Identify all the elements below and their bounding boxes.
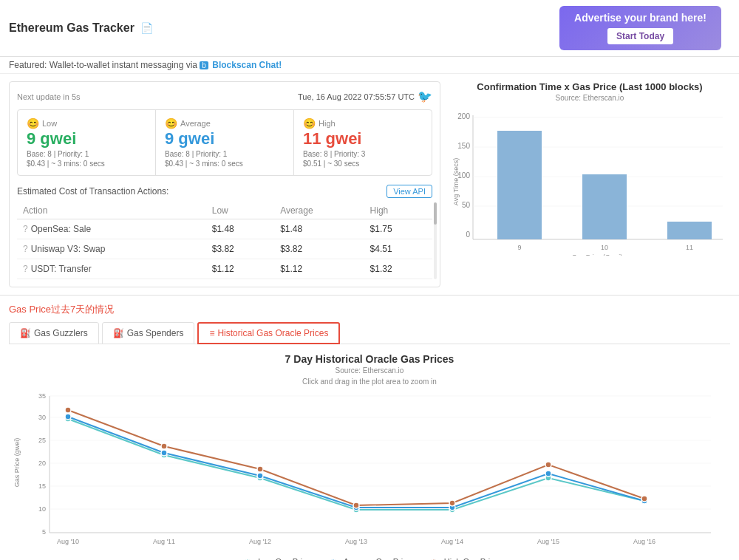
high-dot-3: [353, 502, 359, 508]
svg-text:0: 0: [466, 231, 470, 239]
high-price: 11 gwei: [303, 129, 423, 148]
bottom-section: Gas Price过去7天的情况 ⛽ Gas Guzzlers ⛽ Gas Sp…: [0, 295, 739, 560]
low-cell: $1.48: [206, 219, 274, 239]
avg-cell: $3.82: [274, 239, 364, 259]
low-label: 😊 Low: [27, 117, 146, 129]
tracker-box: Next update in 5s Tue, 16 Aug 2022 07:55…: [9, 81, 440, 287]
svg-text:10: 10: [38, 505, 46, 513]
avg-base: Base: 8 | Priority: 1: [165, 150, 285, 158]
page-title: Ethereum Gas Tracker: [9, 21, 134, 35]
gas-spenders-label: Gas Spenders: [127, 328, 184, 338]
header-left: Ethereum Gas Tracker 📄: [9, 21, 153, 35]
legend-high-label: High Gas Price: [444, 557, 499, 560]
est-cost-title: Estimated Cost of Transaction Actions:: [17, 186, 168, 197]
bar-chart-title: Confirmation Time x Gas Price (Last 1000…: [449, 81, 730, 92]
action-cell: ?OpenSea: Sale: [17, 219, 206, 239]
tab-gas-spenders[interactable]: ⛽ Gas Spenders: [102, 322, 195, 344]
line-chart-subtitle2: Click and drag in the plot area to zoom …: [9, 378, 730, 386]
low-price: 9 gwei: [27, 129, 146, 148]
avg-dot-5: [545, 471, 551, 477]
legend-low-label: Low Gas Price: [258, 557, 311, 560]
col-high: High: [364, 202, 432, 219]
page-header: Ethereum Gas Tracker 📄 Advertise your br…: [0, 0, 739, 57]
svg-text:20: 20: [38, 460, 46, 467]
pdf-icon: 📄: [140, 22, 153, 34]
avg-label-text: Average: [180, 119, 211, 128]
ad-banner: Advertise your brand here! Start Today: [559, 6, 721, 50]
low-line: [68, 419, 644, 510]
bar-9: [497, 131, 542, 239]
avg-label: 😊 Average: [165, 117, 285, 129]
svg-text:Aug '12: Aug '12: [249, 538, 271, 545]
table-row: ?OpenSea: Sale $1.48 $1.48 $1.75: [17, 219, 432, 239]
avg-line: [68, 417, 644, 508]
high-dot-0: [65, 407, 71, 413]
bar-chart-svg: 200 150 100 50 0: [449, 108, 730, 256]
low-base: Base: 8 | Priority: 1: [27, 150, 146, 158]
annotation-text: Gas Price过去7天的情况: [9, 303, 730, 316]
high-dot-4: [449, 500, 455, 506]
svg-text:5: 5: [42, 528, 46, 536]
high-base: Base: 8 | Priority: 3: [303, 150, 423, 158]
tracker-header: Next update in 5s Tue, 16 Aug 2022 07:55…: [17, 89, 432, 103]
tabs-container: ⛽ Gas Guzzlers ⛽ Gas Spenders ≡ Historic…: [9, 322, 730, 344]
chart-legend: Low Gas Price Average Gas Price High Gas…: [9, 557, 730, 560]
svg-text:15: 15: [38, 482, 46, 490]
high-label: 😊 High: [303, 117, 423, 129]
high-cell: $1.32: [364, 259, 432, 279]
svg-text:30: 30: [38, 414, 46, 421]
high-cell: $4.51: [364, 239, 432, 259]
tab-historical-gas-oracle[interactable]: ≡ Historical Gas Oracle Prices: [197, 322, 340, 344]
blockscan-link[interactable]: Blockscan Chat!: [212, 60, 282, 70]
high-dot-2: [257, 466, 263, 472]
historical-gas-label: Historical Gas Oracle Prices: [217, 328, 328, 338]
line-chart-title: 7 Day Historical Oracle Gas Prices: [9, 353, 730, 365]
svg-text:Aug '15: Aug '15: [537, 538, 559, 545]
avg-dot-2: [257, 473, 263, 479]
svg-text:Aug '11: Aug '11: [153, 538, 175, 545]
svg-text:50: 50: [462, 201, 471, 209]
col-average: Average: [274, 202, 364, 219]
high-cell: $1.75: [364, 219, 432, 239]
high-dot-5: [545, 462, 551, 468]
datetime-section: Tue, 16 Aug 2022 07:55:57 UTC 🐦: [298, 89, 432, 103]
svg-text:Aug '16: Aug '16: [633, 538, 655, 545]
low-cell: $1.12: [206, 259, 274, 279]
right-panel: Confirmation Time x Gas Price (Last 1000…: [449, 81, 730, 287]
high-label-text: High: [319, 119, 336, 128]
tab-gas-guzzlers[interactable]: ⛽ Gas Guzzlers: [9, 322, 99, 344]
legend-avg-label: Average Gas Price: [344, 557, 412, 560]
view-api-button[interactable]: View API: [386, 185, 432, 198]
datetime-text: Tue, 16 Aug 2022 07:55:57 UTC: [298, 92, 415, 101]
high-line: [68, 410, 644, 505]
svg-text:10: 10: [601, 244, 608, 251]
svg-text:200: 200: [457, 112, 470, 120]
svg-text:9: 9: [517, 244, 521, 251]
low-label-text: Low: [42, 119, 57, 128]
line-chart-svg: 35 30 25 20 15 10 5 Gas Price (gwei): [9, 389, 718, 551]
col-low: Low: [206, 202, 274, 219]
svg-text:Aug '10: Aug '10: [57, 538, 79, 545]
line-chart-container: 35 30 25 20 15 10 5 Gas Price (gwei): [9, 389, 730, 551]
avg-dot-0: [65, 414, 71, 420]
svg-text:150: 150: [457, 142, 470, 150]
low-emoji: 😊: [27, 117, 39, 129]
svg-text:Avg Time (secs): Avg Time (secs): [452, 158, 460, 205]
featured-bar: Featured: Wallet-to-wallet instant messa…: [0, 57, 739, 74]
svg-text:35: 35: [38, 392, 46, 400]
avg-cost: $0.43 | ~ 3 mins: 0 secs: [165, 160, 285, 168]
avg-cell: $1.12: [274, 259, 364, 279]
twitter-icon[interactable]: 🐦: [418, 89, 432, 103]
avg-emoji: 😊: [165, 117, 177, 129]
high-emoji: 😊: [303, 117, 316, 129]
avg-dot-1: [161, 450, 167, 456]
svg-text:11: 11: [686, 244, 693, 251]
avg-cell: $1.48: [274, 219, 364, 239]
start-today-button[interactable]: Start Today: [607, 28, 673, 44]
svg-text:Gas Price (gwei): Gas Price (gwei): [13, 438, 21, 488]
svg-text:Gas Price (Gwei): Gas Price (Gwei): [572, 253, 623, 256]
ad-text: Advertise your brand here!: [574, 12, 706, 24]
high-dot-6: [641, 496, 647, 502]
blockscan-b-icon: b: [200, 61, 208, 69]
action-cell: ?Uniswap V3: Swap: [17, 239, 206, 259]
